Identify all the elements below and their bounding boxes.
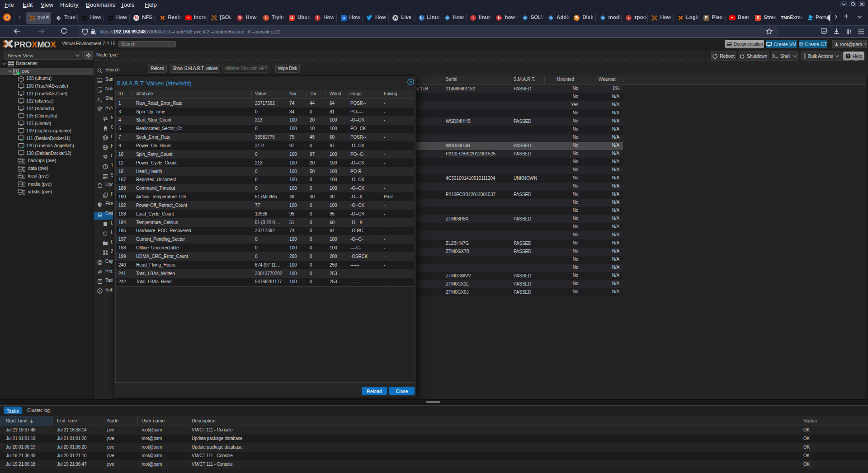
svg-text:?: ? — [847, 54, 849, 58]
